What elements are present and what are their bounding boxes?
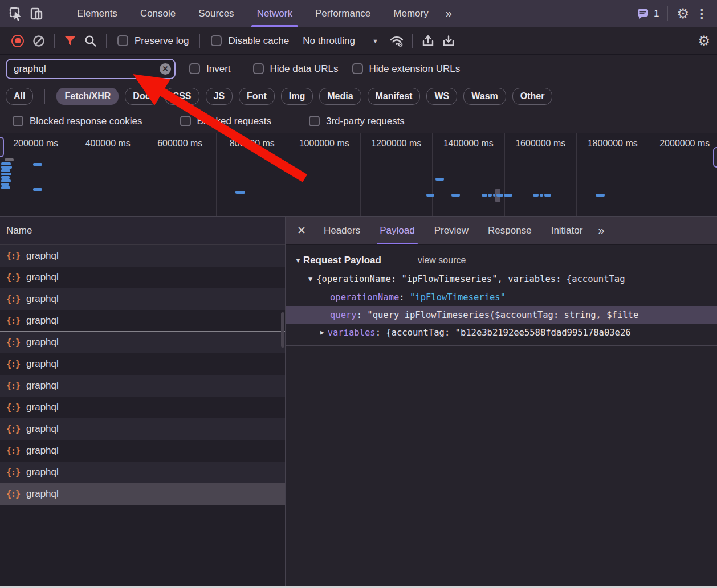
overview-column: 1800000 ms bbox=[577, 133, 649, 216]
preserve-log-checkbox[interactable] bbox=[117, 35, 128, 46]
overview-tick-label: 600000 ms bbox=[157, 138, 202, 148]
inspect-element-icon[interactable] bbox=[6, 3, 26, 24]
view-source-link[interactable]: view source bbox=[418, 255, 466, 266]
chip-all[interactable]: All bbox=[6, 88, 33, 105]
chip-manifest[interactable]: Manifest bbox=[368, 88, 421, 105]
payload-value: "ipFlowTimeseries" bbox=[410, 292, 506, 303]
payload-root-row[interactable]: ▼ {operationName: "ipFlowTimeseries", va… bbox=[286, 270, 717, 288]
detail-tab-payload[interactable]: Payload bbox=[370, 217, 424, 244]
request-row[interactable]: {:}graphql bbox=[0, 440, 285, 462]
issues-counter[interactable]: 1 bbox=[636, 7, 659, 21]
payload-entry-operationname[interactable]: operationName: "ipFlowTimeseries" bbox=[286, 288, 717, 306]
blocked-response-cookies-toggle[interactable]: Blocked response cookies bbox=[13, 116, 142, 127]
hide-extension-urls-checkbox[interactable] bbox=[352, 63, 363, 74]
tab-console[interactable]: Console bbox=[129, 0, 187, 27]
disable-cache-checkbox[interactable] bbox=[211, 35, 222, 46]
filter-icon[interactable] bbox=[60, 31, 80, 51]
detail-tab-preview[interactable]: Preview bbox=[425, 217, 478, 244]
tab-performance[interactable]: Performance bbox=[304, 0, 382, 27]
tab-elements[interactable]: Elements bbox=[66, 0, 129, 27]
network-overview-timeline[interactable]: 200000 ms400000 ms600000 ms800000 ms1000… bbox=[0, 133, 717, 217]
clear-network-log-icon[interactable] bbox=[28, 31, 49, 51]
chip-other[interactable]: Other bbox=[512, 88, 553, 105]
request-row[interactable]: {:}graphql bbox=[0, 353, 285, 375]
blocked-requests-checkbox[interactable] bbox=[180, 116, 191, 126]
chip-doc[interactable]: Doc bbox=[125, 88, 158, 105]
import-har-icon[interactable] bbox=[418, 31, 438, 51]
tab-sources[interactable]: Sources bbox=[187, 0, 245, 27]
close-icon[interactable]: ✕ bbox=[297, 224, 306, 237]
request-name: graphql bbox=[26, 488, 59, 500]
chip-img[interactable]: Img bbox=[281, 88, 313, 105]
request-detail-panel: ✕ HeadersPayloadPreviewResponseInitiator… bbox=[286, 217, 717, 588]
overview-column: 1600000 ms bbox=[505, 133, 577, 216]
waterfall-bar bbox=[1, 186, 10, 189]
blocked-response-cookies-checkbox[interactable] bbox=[13, 116, 23, 126]
waterfall-bar bbox=[540, 194, 543, 197]
detail-tab-headers[interactable]: Headers bbox=[314, 217, 370, 244]
more-panels-icon[interactable]: » bbox=[440, 7, 457, 20]
blocked-requests-toggle[interactable]: Blocked requests bbox=[180, 116, 271, 127]
preserve-log-toggle[interactable]: Preserve log bbox=[117, 35, 189, 47]
waterfall-bar bbox=[1, 176, 10, 179]
detail-tab-initiator[interactable]: Initiator bbox=[541, 217, 593, 244]
clear-filter-icon[interactable]: ✕ bbox=[160, 63, 171, 75]
request-row[interactable]: {:}graphql bbox=[0, 483, 285, 505]
third-party-requests-checkbox[interactable] bbox=[309, 116, 320, 126]
request-row[interactable]: {:}graphql bbox=[0, 332, 285, 353]
caret-down-icon: ▼ bbox=[308, 275, 312, 283]
throttling-dropdown[interactable]: No throttling ▼ bbox=[303, 35, 378, 47]
disable-cache-toggle[interactable]: Disable cache bbox=[211, 35, 289, 47]
hide-data-urls-checkbox[interactable] bbox=[253, 63, 264, 74]
request-row[interactable]: {:}graphql bbox=[0, 418, 285, 440]
settings-gear-icon[interactable]: ⚙ bbox=[677, 7, 689, 21]
detail-tab-response[interactable]: Response bbox=[478, 217, 541, 244]
request-row[interactable]: {:}graphql bbox=[0, 267, 285, 288]
hide-extension-urls-toggle[interactable]: Hide extension URLs bbox=[352, 63, 461, 75]
chip-fetch-xhr[interactable]: Fetch/XHR bbox=[56, 88, 119, 105]
more-detail-tabs-icon[interactable]: » bbox=[592, 224, 609, 237]
chip-css[interactable]: CSS bbox=[165, 88, 199, 105]
overview-handle-left[interactable] bbox=[0, 137, 4, 157]
request-row[interactable]: {:}graphql bbox=[0, 375, 285, 397]
list-scrollbar-thumb[interactable] bbox=[281, 312, 284, 348]
chip-ws[interactable]: WS bbox=[426, 88, 457, 105]
request-name: graphql bbox=[26, 337, 59, 348]
request-row[interactable]: {:}graphql bbox=[0, 397, 285, 418]
kebab-menu-icon[interactable]: ⋮ bbox=[692, 7, 711, 21]
chip-wasm[interactable]: Wasm bbox=[463, 88, 506, 105]
request-row[interactable]: {:}graphql bbox=[0, 310, 285, 332]
overview-tick-label: 1200000 ms bbox=[371, 138, 421, 148]
tab-network[interactable]: Network bbox=[246, 0, 304, 27]
chip-media[interactable]: Media bbox=[319, 88, 361, 105]
waterfall-bar bbox=[544, 194, 551, 197]
tab-memory[interactable]: Memory bbox=[382, 0, 439, 27]
network-settings-gear-icon[interactable]: ⚙ bbox=[698, 34, 710, 48]
search-icon[interactable] bbox=[80, 31, 101, 51]
request-row[interactable]: {:}graphql bbox=[0, 462, 285, 483]
chip-font[interactable]: Font bbox=[239, 88, 275, 105]
overview-handle-right[interactable] bbox=[713, 147, 717, 168]
payload-value: {accountTag: "b12e3b2192ee5588fdad995178… bbox=[386, 328, 630, 338]
request-name: graphql bbox=[26, 250, 59, 262]
request-row[interactable]: {:}graphql bbox=[0, 245, 285, 267]
record-network-log-button[interactable] bbox=[11, 35, 24, 47]
invert-checkbox[interactable] bbox=[189, 63, 200, 74]
export-har-icon[interactable] bbox=[438, 31, 459, 51]
network-conditions-icon[interactable] bbox=[386, 31, 407, 51]
invert-toggle[interactable]: Invert bbox=[189, 63, 231, 75]
payload-tree: ▼ {operationName: "ipFlowTimeseries", va… bbox=[286, 270, 717, 346]
device-toolbar-icon[interactable] bbox=[26, 3, 47, 24]
name-column-header[interactable]: Name bbox=[0, 217, 285, 245]
request-payload-section[interactable]: ▼ Request Payload view source bbox=[286, 251, 717, 270]
overview-tick-label: 400000 ms bbox=[85, 138, 131, 148]
caret-right-icon[interactable]: ▶ bbox=[320, 329, 324, 336]
third-party-requests-toggle[interactable]: 3rd-party requests bbox=[309, 116, 405, 127]
filter-input[interactable] bbox=[6, 59, 176, 79]
request-row[interactable]: {:}graphql bbox=[0, 288, 285, 310]
hide-data-urls-toggle[interactable]: Hide data URLs bbox=[253, 63, 339, 75]
chip-js[interactable]: JS bbox=[206, 88, 233, 105]
payload-entry-variables[interactable]: ▶variables: {accountTag: "b12e3b2192ee55… bbox=[286, 324, 717, 341]
payload-entry-query[interactable]: query: "query ipFlowTimeseries($accountT… bbox=[286, 306, 717, 324]
payload-key: query bbox=[330, 310, 357, 320]
